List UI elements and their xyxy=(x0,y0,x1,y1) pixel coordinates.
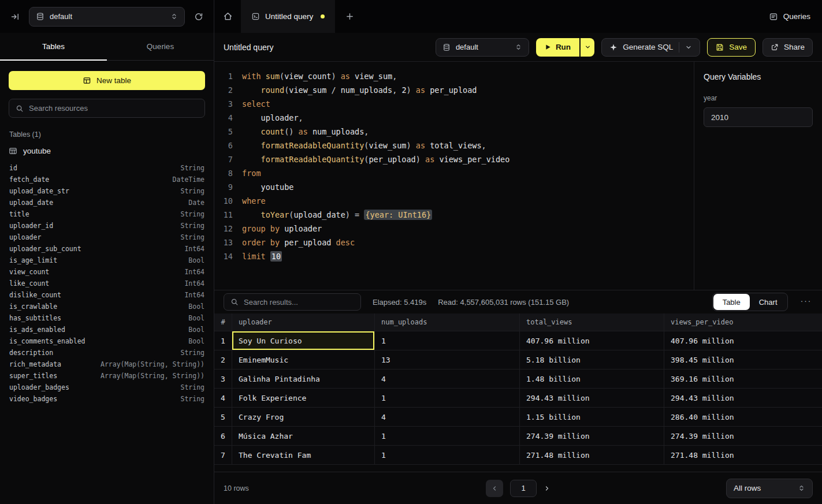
table-cell[interactable]: 1.48 billion xyxy=(520,369,664,389)
table-cell[interactable]: The Crevatin Fam xyxy=(232,446,375,465)
column-type: Bool xyxy=(188,314,204,322)
line-number: 11 xyxy=(214,208,233,222)
table-cell[interactable]: 407.96 million xyxy=(520,331,664,350)
home-icon xyxy=(223,12,233,21)
table-cell[interactable]: 398.45 million xyxy=(664,350,822,369)
table-cell[interactable]: 294.43 million xyxy=(520,389,664,408)
column-name: uploader_id xyxy=(9,222,53,230)
table-cell[interactable]: 1 xyxy=(375,331,520,350)
share-icon xyxy=(771,43,779,51)
table-cell[interactable]: Folk Experience xyxy=(232,389,375,408)
query-database-selector[interactable]: default xyxy=(436,38,529,57)
column-header[interactable]: num_uploads xyxy=(375,313,520,331)
table-cell[interactable]: 286.40 million xyxy=(664,408,822,427)
table-cell[interactable]: Galinha Pintadinha xyxy=(232,369,375,389)
table-cell[interactable]: Música Azhar xyxy=(232,427,375,446)
code-text: group by uploader xyxy=(242,222,322,236)
column-item: is_age_limitBool xyxy=(9,255,204,266)
new-table-button-label: New table xyxy=(96,76,131,85)
database-selector[interactable]: default xyxy=(29,7,185,27)
previous-page-button[interactable] xyxy=(486,480,503,497)
sidebar-table-youtube[interactable]: youtube xyxy=(9,142,205,159)
page-size-value: All rows xyxy=(734,484,798,492)
line-number: 5 xyxy=(214,125,233,139)
next-page-button[interactable] xyxy=(544,485,551,492)
database-icon xyxy=(442,43,451,51)
home-button[interactable] xyxy=(214,0,241,33)
row-number: 3 xyxy=(214,369,232,389)
toggle-chart[interactable]: Chart xyxy=(750,294,787,310)
table-cell[interactable]: 294.43 million xyxy=(664,389,822,408)
column-item: is_comments_enabledBool xyxy=(9,335,204,347)
table-cell[interactable]: 1.15 billion xyxy=(520,408,664,427)
line-number: 14 xyxy=(214,249,233,263)
column-name: is_age_limit xyxy=(9,256,57,264)
generate-sql-button[interactable]: Generate SQL xyxy=(601,38,700,57)
column-item: super_titlesArray(Map(String, String)) xyxy=(9,370,204,382)
code-line: 13order by per_upload desc xyxy=(214,236,694,249)
new-table-button[interactable]: New table xyxy=(9,71,205,90)
table-cell[interactable]: 369.16 million xyxy=(664,369,822,389)
line-number: 4 xyxy=(214,111,233,125)
variable-year-input[interactable] xyxy=(704,107,813,127)
run-options-button[interactable] xyxy=(581,38,594,57)
table-cell[interactable]: 13 xyxy=(375,350,520,369)
tab-untitled-query[interactable]: Untitled query xyxy=(241,0,335,33)
refresh-button[interactable] xyxy=(194,12,203,21)
table-cell[interactable]: 1 xyxy=(375,389,520,408)
queries-button[interactable]: Queries xyxy=(769,12,810,21)
code-text: youtube xyxy=(242,180,293,194)
row-number: 1 xyxy=(214,331,232,350)
code-line: 12group by uploader xyxy=(214,222,694,236)
share-button-label: Share xyxy=(784,43,805,51)
chevron-left-icon xyxy=(491,485,498,492)
sidebar-tabs: Tables Queries xyxy=(0,33,214,61)
search-icon xyxy=(230,298,239,306)
code-lines: 1with sum(view_count) as view_sum,2 roun… xyxy=(214,69,694,263)
column-header[interactable]: views_per_video xyxy=(664,313,822,331)
column-type: Array(Map(String, String)) xyxy=(101,360,204,368)
sql-editor[interactable]: 1with sum(view_count) as view_sum,2 roun… xyxy=(214,62,694,290)
table-cell[interactable]: 407.96 million xyxy=(664,331,822,350)
more-options-button[interactable]: ··· xyxy=(799,296,813,309)
table-cell[interactable]: 274.39 million xyxy=(520,427,664,446)
column-item: dislike_countInt64 xyxy=(9,289,204,301)
column-type: String xyxy=(180,164,204,172)
table-cell[interactable]: 271.48 million xyxy=(520,446,664,465)
share-button[interactable]: Share xyxy=(763,38,813,57)
run-button-label: Run xyxy=(556,43,571,51)
page-number-input[interactable] xyxy=(510,480,537,497)
table-cell[interactable]: 1 xyxy=(375,446,520,465)
column-header[interactable]: # xyxy=(214,313,232,331)
search-results-input[interactable] xyxy=(244,298,354,307)
table-cell[interactable]: 271.48 million xyxy=(664,446,822,465)
column-name: rich_metadata xyxy=(9,360,61,368)
sidebar-tab-tables[interactable]: Tables xyxy=(0,33,107,60)
table-cell[interactable]: Crazy Frog xyxy=(232,408,375,427)
table-cell[interactable]: 274.39 million xyxy=(664,427,822,446)
new-tab-button[interactable] xyxy=(335,0,364,33)
chevron-down-icon[interactable] xyxy=(685,44,692,51)
table-cell[interactable]: 1 xyxy=(375,427,520,446)
toggle-table[interactable]: Table xyxy=(713,294,750,310)
sidebar-tab-queries[interactable]: Queries xyxy=(107,33,214,60)
view-toggle: Table Chart xyxy=(712,293,788,311)
sidebar-tab-label: Queries xyxy=(147,42,174,51)
toggle-chart-label: Chart xyxy=(759,298,778,307)
column-type: Bool xyxy=(188,326,204,334)
code-line: 2 round(view_sum / num_uploads, 2) as pe… xyxy=(214,83,694,97)
column-name: is_crawlable xyxy=(9,303,57,311)
run-button[interactable]: Run xyxy=(536,38,579,57)
table-cell[interactable]: EminemMusic xyxy=(232,350,375,369)
search-resources-input[interactable] xyxy=(29,104,198,113)
column-header[interactable]: total_views xyxy=(520,313,664,331)
table-cell[interactable]: Soy Un Curioso xyxy=(232,331,375,350)
table-cell[interactable]: 4 xyxy=(375,369,520,389)
table-cell[interactable]: 5.18 billion xyxy=(520,350,664,369)
table-cell[interactable]: 4 xyxy=(375,408,520,427)
collapse-sidebar-button[interactable] xyxy=(10,12,20,21)
page-size-selector[interactable]: All rows xyxy=(726,479,813,498)
column-header[interactable]: uploader xyxy=(232,313,375,331)
save-button[interactable]: Save xyxy=(707,38,756,57)
query-tab-icon xyxy=(251,12,260,21)
